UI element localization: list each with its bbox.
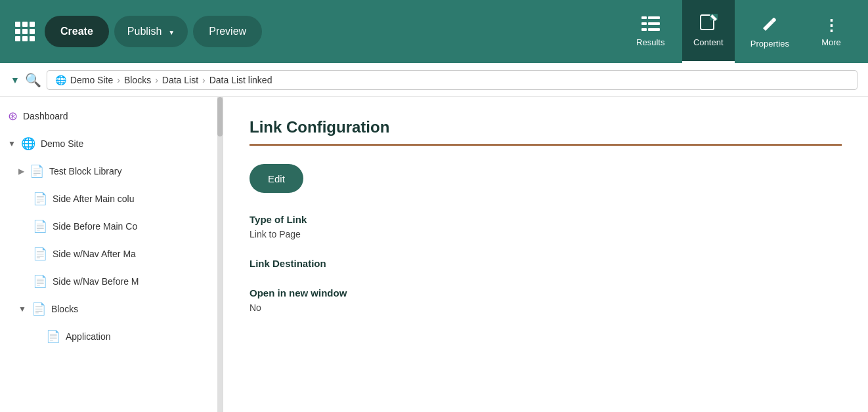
more-icon: ⋮	[823, 16, 839, 35]
sidebar-item-test-block-library[interactable]: ▶ 📄 Test Block Library	[0, 157, 217, 185]
sidebar-item-label-application: Application	[66, 331, 209, 342]
breadcrumb-sep-1: ›	[117, 75, 120, 85]
tab-content[interactable]: Content	[682, 0, 735, 63]
tab-results[interactable]: Results	[624, 0, 677, 63]
breadcrumb-sep-3: ›	[202, 75, 206, 85]
svg-rect-4	[641, 28, 647, 31]
sidebar-item-label-side-after: Side After Main colu	[53, 194, 209, 204]
sidebar: ⊛ Dashboard ▼ 🌐 Demo Site ▶ 📄 Test Block…	[0, 97, 223, 412]
type-of-link-label: Type of Link	[250, 214, 842, 225]
sidebar-tree: ⊛ Dashboard ▼ 🌐 Demo Site ▶ 📄 Test Block…	[0, 97, 217, 356]
breadcrumb-toggle-button[interactable]: ▼	[11, 75, 20, 85]
main-area: ⊛ Dashboard ▼ 🌐 Demo Site ▶ 📄 Test Block…	[0, 97, 868, 412]
tab-properties[interactable]: Properties	[740, 0, 800, 63]
sidebar-item-label-blocks: Blocks	[51, 304, 209, 314]
grid-menu-button[interactable]	[11, 17, 39, 46]
breadcrumb-item-4[interactable]: Data List linked	[209, 75, 272, 85]
sidebar-item-label-dashboard: Dashboard	[23, 111, 209, 121]
type-of-link-value: Link to Page	[250, 229, 842, 239]
breadcrumb-item-1[interactable]: Demo Site	[70, 75, 113, 85]
sidebar-scrollbar[interactable]	[217, 97, 223, 412]
sidebar-item-side-after[interactable]: 📄 Side After Main colu	[0, 185, 217, 213]
more-tab-label: More	[821, 37, 841, 47]
publish-label: Publish	[127, 26, 162, 37]
top-navigation: Create Publish Preview Results	[0, 0, 868, 63]
edit-button[interactable]: Edit	[250, 164, 303, 193]
doc-icon-test-block: 📄	[30, 164, 44, 178]
link-destination-label: Link Destination	[250, 258, 842, 269]
preview-button[interactable]: Preview	[193, 16, 262, 47]
open-in-new-window-value: No	[250, 302, 842, 313]
properties-tab-label: Properties	[750, 39, 789, 49]
sidebar-item-side-before[interactable]: 📄 Side Before Main Co	[0, 213, 217, 240]
doc-icon-side-nav-before: 📄	[33, 274, 47, 289]
doc-icon-side-nav-after: 📄	[33, 247, 47, 261]
svg-rect-1	[648, 16, 660, 19]
breadcrumb-bar: ▼ 🔍 🌐 Demo Site › Blocks › Data List › D…	[0, 63, 868, 97]
page-title: Link Configuration	[250, 118, 842, 136]
demosite-expand-icon: ▼	[8, 139, 16, 148]
doc-icon-side-before: 📄	[33, 219, 47, 234]
sidebar-item-label-side-nav-after: Side w/Nav After Ma	[53, 249, 209, 259]
sidebar-item-application[interactable]: 📄 Application	[0, 323, 217, 350]
grid-icon	[15, 22, 35, 41]
field-link-destination: Link Destination	[250, 258, 842, 269]
create-button[interactable]: Create	[45, 16, 109, 47]
svg-rect-2	[641, 22, 647, 25]
globe-icon: 🌐	[21, 136, 35, 151]
svg-rect-5	[648, 28, 660, 31]
breadcrumb-sep-2: ›	[155, 75, 158, 85]
sidebar-item-blocks[interactable]: ▼ 📄 Blocks	[0, 295, 217, 323]
open-in-new-window-label: Open in new window	[250, 287, 842, 299]
sidebar-item-dashboard[interactable]: ⊛ Dashboard	[0, 102, 217, 130]
title-underline	[250, 144, 842, 146]
sidebar-item-side-nav-after[interactable]: 📄 Side w/Nav After Ma	[0, 240, 217, 268]
publish-chevron-icon	[167, 26, 175, 37]
field-open-in-new-window: Open in new window No	[250, 287, 842, 313]
content-icon	[699, 14, 718, 35]
sidebar-item-demosite[interactable]: ▼ 🌐 Demo Site	[0, 130, 217, 157]
doc-icon-blocks: 📄	[32, 302, 46, 316]
dashboard-icon: ⊛	[8, 109, 18, 123]
svg-rect-0	[641, 16, 647, 19]
breadcrumb-item-2[interactable]: Blocks	[124, 75, 151, 85]
search-button[interactable]: 🔍	[25, 72, 41, 88]
results-icon	[641, 16, 660, 35]
svg-rect-3	[648, 22, 660, 25]
blocks-expand-icon: ▼	[18, 304, 26, 314]
globe-icon: 🌐	[55, 75, 66, 85]
properties-icon	[760, 15, 779, 36]
breadcrumb-item-3[interactable]: Data List	[162, 75, 198, 85]
sidebar-scroll-thumb	[217, 97, 223, 136]
publish-button[interactable]: Publish	[114, 16, 188, 47]
sidebar-item-label-demosite: Demo Site	[41, 138, 209, 149]
tab-more[interactable]: ⋮ More	[805, 0, 857, 63]
content-panel: Link Configuration Edit Type of Link Lin…	[223, 97, 868, 412]
sidebar-item-label-side-before: Side Before Main Co	[53, 221, 209, 232]
sidebar-item-label-side-nav-before: Side w/Nav Before M	[53, 276, 209, 287]
breadcrumb: 🌐 Demo Site › Blocks › Data List › Data …	[47, 70, 857, 90]
results-tab-label: Results	[636, 37, 664, 47]
test-block-library-expand-icon: ▶	[18, 167, 24, 176]
doc-icon-application: 📄	[46, 329, 60, 344]
content-tab-label: Content	[693, 37, 724, 47]
sidebar-item-label-test-block: Test Block Library	[49, 166, 209, 176]
sidebar-item-side-nav-before[interactable]: 📄 Side w/Nav Before M	[0, 268, 217, 295]
doc-icon-side-after: 📄	[33, 192, 47, 206]
field-type-of-link: Type of Link Link to Page	[250, 214, 842, 239]
